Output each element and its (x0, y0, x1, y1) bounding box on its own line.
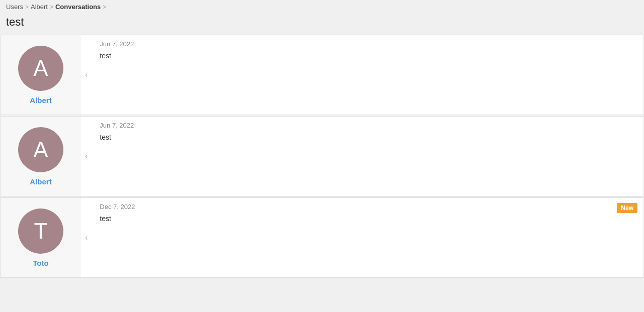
breadcrumb: Users > Albert > Conversations > (0, 0, 644, 14)
conversation-content: Jun 7, 2022 test (92, 117, 643, 196)
avatar: A (18, 127, 63, 172)
conversation-content: Jun 7, 2022 test (92, 35, 643, 115)
chevron-icon: ‹ (81, 35, 92, 115)
conversation-message: test (100, 52, 635, 60)
avatar-section: T Toto (1, 198, 81, 277)
user-name-link[interactable]: Albert (30, 177, 51, 186)
conversation-item: A Albert ‹ Jun 7, 2022 test (0, 35, 644, 115)
conversations-list: A Albert ‹ Jun 7, 2022 test A Albert ‹ J… (0, 35, 644, 279)
breadcrumb-current: Conversations (55, 3, 101, 11)
avatar-section: A Albert (1, 35, 81, 115)
page-title: test (0, 14, 644, 35)
new-badge: New (617, 203, 637, 213)
conversation-date: Jun 7, 2022 (100, 122, 635, 129)
breadcrumb-albert-link[interactable]: Albert (31, 3, 48, 11)
conversation-date: Dec 7, 2022 (100, 203, 635, 211)
breadcrumb-separator-1: > (25, 4, 29, 11)
conversation-message: test (100, 215, 635, 223)
avatar: A (18, 46, 63, 91)
avatar-section: A Albert (1, 117, 81, 196)
user-name-link[interactable]: Toto (33, 259, 48, 267)
breadcrumb-separator-2: > (50, 4, 53, 11)
user-name-link[interactable]: Albert (30, 96, 51, 105)
chevron-icon: ‹ (81, 198, 92, 277)
chevron-icon: ‹ (81, 117, 92, 196)
conversation-item: T Toto ‹ Dec 7, 2022 test New (0, 197, 644, 278)
breadcrumb-users-link[interactable]: Users (6, 3, 23, 11)
conversation-date: Jun 7, 2022 (100, 40, 635, 48)
conversation-message: test (100, 133, 635, 141)
avatar: T (18, 209, 63, 254)
breadcrumb-separator-3: > (103, 4, 106, 11)
conversation-item: A Albert ‹ Jun 7, 2022 test (0, 116, 644, 196)
conversation-content: Dec 7, 2022 test New (92, 198, 643, 277)
